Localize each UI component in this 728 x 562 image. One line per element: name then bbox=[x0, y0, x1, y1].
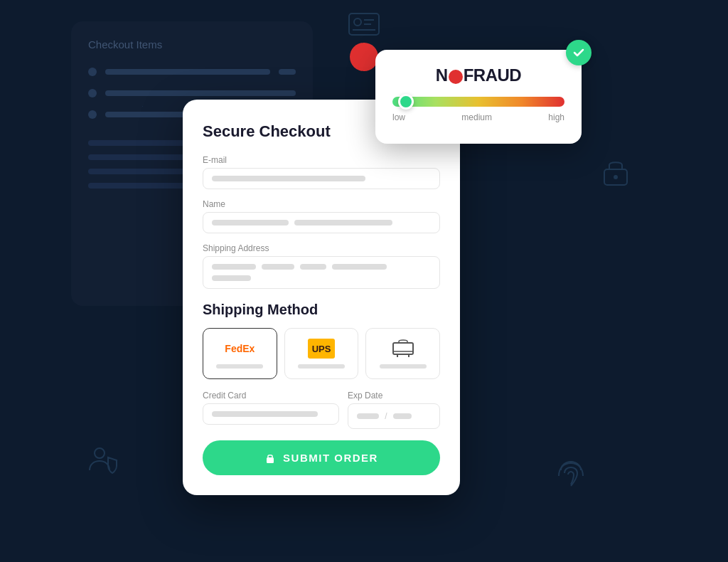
ups-text: UPS bbox=[312, 344, 331, 354]
gauge-bar bbox=[392, 97, 564, 107]
svg-rect-14 bbox=[393, 343, 413, 354]
name-group: Name bbox=[203, 199, 440, 233]
shipping-option-ups[interactable]: UPS bbox=[284, 328, 359, 379]
svg-point-13 bbox=[614, 175, 618, 179]
person-shield-icon bbox=[85, 442, 121, 484]
bg-item-dot bbox=[88, 110, 97, 119]
placeholder-line bbox=[300, 264, 326, 270]
svg-rect-12 bbox=[604, 169, 627, 185]
ups-logo: UPS bbox=[308, 339, 336, 359]
gauge-label-low: low bbox=[392, 112, 405, 122]
shipping-options: FedEx UPS bbox=[203, 328, 440, 379]
placeholder-line bbox=[393, 413, 412, 419]
checkout-card: Secure Checkout E-mail Name Shipping Add… bbox=[183, 100, 460, 495]
nofraud-widget-card: NFRAUD low medium high bbox=[375, 50, 582, 144]
bg-item-row bbox=[88, 89, 296, 97]
nofraud-logo-text: NFRAUD bbox=[436, 65, 521, 85]
nofraud-circle-o bbox=[449, 70, 463, 84]
credit-card-group: Credit Card bbox=[203, 391, 339, 429]
svg-rect-18 bbox=[267, 457, 274, 463]
submit-label: SUBMIT ORDER bbox=[283, 452, 378, 464]
fraud-indicator-circle bbox=[350, 43, 378, 71]
bg-decorative-lines bbox=[0, 0, 213, 107]
placeholder-line bbox=[212, 220, 289, 226]
credit-card-label: Credit Card bbox=[203, 391, 339, 401]
address-placeholder-lines bbox=[212, 264, 431, 281]
id-card-icon bbox=[348, 13, 380, 41]
exp-date-label: Exp Date bbox=[348, 391, 440, 401]
placeholder-line bbox=[332, 264, 387, 270]
email-label: E-mail bbox=[203, 155, 440, 165]
exp-separator: / bbox=[385, 411, 387, 421]
submit-order-button[interactable]: SUBMIT ORDER bbox=[203, 440, 440, 475]
svg-point-11 bbox=[95, 448, 105, 458]
email-group: E-mail bbox=[203, 155, 440, 189]
svg-point-7 bbox=[354, 18, 361, 26]
fedex-logo: FedEx bbox=[225, 339, 255, 359]
fedex-text: FedEx bbox=[225, 343, 255, 354]
cc-placeholder-lines bbox=[212, 411, 330, 417]
shipping-method-title: Shipping Method bbox=[203, 302, 440, 318]
bg-checkout-title: Checkout Items bbox=[88, 38, 296, 51]
name-placeholder-lines bbox=[212, 220, 431, 226]
lock-icon bbox=[603, 157, 628, 193]
svg-rect-6 bbox=[349, 14, 379, 35]
fraud-gauge: low medium high bbox=[392, 97, 564, 122]
placeholder-line bbox=[294, 220, 393, 226]
gauge-label-medium: medium bbox=[461, 112, 492, 122]
lock-icon-btn bbox=[264, 452, 276, 464]
placeholder-line bbox=[212, 275, 251, 281]
bg-item-dot bbox=[88, 68, 97, 76]
address-group: Shipping Address bbox=[203, 243, 440, 289]
check-badge bbox=[566, 40, 592, 65]
email-field[interactable] bbox=[203, 168, 440, 189]
bg-item-price bbox=[279, 69, 296, 75]
fingerprint-icon bbox=[556, 459, 586, 498]
gauge-label-high: high bbox=[548, 112, 564, 122]
name-field[interactable] bbox=[203, 212, 440, 233]
other-carrier-logo bbox=[392, 339, 414, 359]
placeholder-line bbox=[212, 176, 365, 181]
shipping-option-fedex[interactable]: FedEx bbox=[203, 328, 277, 379]
address-label: Shipping Address bbox=[203, 243, 440, 253]
bg-item-row bbox=[88, 68, 296, 76]
name-label: Name bbox=[203, 199, 440, 209]
gauge-knob bbox=[398, 94, 414, 110]
gauge-labels: low medium high bbox=[392, 112, 564, 122]
check-icon bbox=[572, 46, 585, 59]
exp-date-group: Exp Date / bbox=[348, 391, 440, 429]
placeholder-line bbox=[357, 413, 379, 419]
address-field[interactable] bbox=[203, 256, 440, 289]
email-placeholder-lines bbox=[212, 176, 431, 181]
bg-item-line bbox=[105, 69, 270, 75]
credit-card-field[interactable] bbox=[203, 403, 339, 425]
payment-row: Credit Card Exp Date / bbox=[203, 391, 440, 429]
placeholder-line bbox=[212, 411, 318, 417]
bg-item-dot bbox=[88, 89, 97, 97]
fedex-desc-line bbox=[216, 364, 263, 369]
exp-placeholder-lines: / bbox=[357, 411, 431, 421]
bg-line bbox=[88, 183, 192, 189]
other-desc-line bbox=[380, 364, 427, 369]
nofraud-logo: NFRAUD bbox=[392, 65, 564, 85]
exp-date-field[interactable]: / bbox=[348, 403, 440, 429]
shipping-option-other[interactable] bbox=[365, 328, 440, 379]
bg-item-line bbox=[105, 90, 296, 96]
ups-desc-line bbox=[298, 364, 345, 369]
placeholder-line bbox=[212, 264, 256, 270]
placeholder-line bbox=[262, 264, 294, 270]
